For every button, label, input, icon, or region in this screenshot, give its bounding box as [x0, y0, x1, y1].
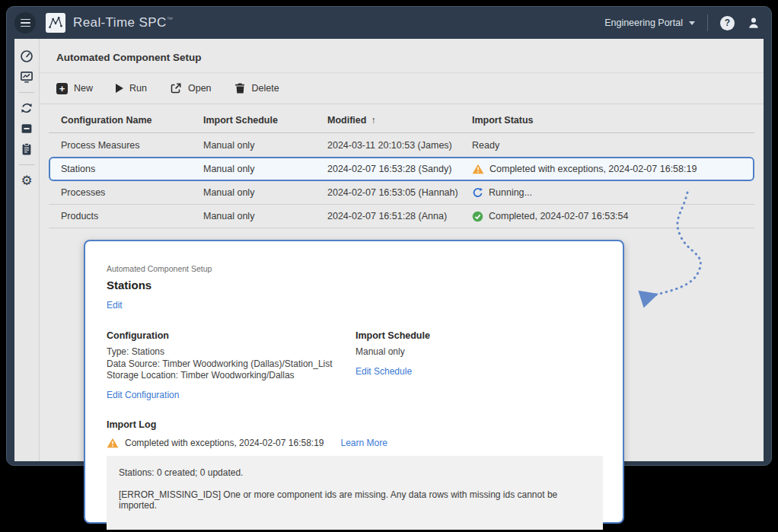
portal-switcher[interactable]: Engineering Portal [604, 18, 695, 28]
new-button[interactable]: + New [56, 83, 93, 94]
user-icon [747, 16, 760, 30]
gauge-icon [20, 49, 33, 63]
warning-icon [472, 164, 484, 174]
user-button[interactable] [747, 16, 760, 30]
learn-more-link[interactable]: Learn More [341, 438, 387, 448]
sidebar-divider [19, 164, 34, 165]
portal-label: Engineering Portal [604, 18, 683, 28]
config-data-source: Data Source: Timber Woodworking (Dallas)… [107, 358, 356, 371]
import-schedule-heading: Import Schedule [356, 330, 601, 341]
sidebar-item-archive[interactable] [18, 119, 36, 138]
col-import-status[interactable]: Import Status [472, 115, 742, 126]
configuration-heading: Configuration [107, 330, 356, 341]
gear-icon: ⚙ [21, 174, 32, 187]
log-line-error: [ERROR_MISSING_IDS] One or more componen… [119, 489, 591, 511]
menu-icon [21, 19, 30, 21]
config-table: Configuration Name Import Schedule Modif… [40, 107, 764, 228]
run-button[interactable]: Run [116, 83, 147, 94]
toolbar: + New Run Open [40, 73, 764, 104]
table-row-stations[interactable]: Stations Manual only 2024-02-07 16:53:28… [49, 157, 754, 181]
import-log-heading: Import Log [107, 419, 601, 430]
edit-schedule-link[interactable]: Edit Schedule [356, 366, 412, 377]
table-row-products[interactable]: Products Manual only 2024-02-07 16:51:28… [49, 205, 754, 228]
config-storage-location: Storage Location: Timber Woodworking/Dal… [107, 370, 356, 382]
edit-link[interactable]: Edit [107, 300, 123, 311]
sort-ascending-icon: ↑ [371, 115, 375, 126]
clipboard-icon [20, 142, 33, 156]
edit-configuration-link[interactable]: Edit Configuration [107, 390, 179, 400]
question-icon: ? [725, 18, 730, 28]
table-header: Configuration Name Import Schedule Modif… [49, 107, 754, 133]
spc-chart-logo-icon [48, 15, 63, 30]
open-button[interactable]: Open [170, 82, 212, 94]
sidebar-item-sync[interactable] [18, 99, 36, 117]
table-row-process-measures[interactable]: Process Measures Manual only 2024-03-11 … [49, 133, 754, 157]
schedule-value: Manual only [356, 346, 601, 358]
import-log-section: Import Log Completed with exceptions, 20… [107, 419, 601, 530]
log-output-box: Stations: 0 created; 0 updated. [ERROR_M… [107, 456, 603, 530]
page-title-bar: Automated Component Setup [40, 39, 764, 73]
monitor-chart-icon [20, 70, 33, 84]
sidebar-divider [19, 92, 34, 93]
breadcrumb: Automated Component Setup [107, 264, 601, 273]
app-title: Real-Time SPC™ [73, 15, 173, 30]
trash-icon [234, 82, 246, 94]
plus-square-icon: + [56, 83, 68, 94]
sidebar: ⚙ [14, 39, 40, 461]
open-external-icon [170, 82, 182, 94]
success-check-icon [472, 211, 483, 222]
col-import-schedule[interactable]: Import Schedule [203, 115, 327, 126]
page-title: Automated Component Setup [56, 52, 747, 63]
app-header: Real-Time SPC™ Engineering Portal ? [7, 7, 771, 39]
hamburger-menu-button[interactable] [14, 12, 36, 33]
archive-box-icon [20, 122, 33, 135]
col-configuration-name[interactable]: Configuration Name [61, 115, 203, 126]
app-logo [46, 13, 65, 33]
panel-title: Stations [107, 279, 601, 291]
table-row-processes[interactable]: Processes Manual only 2024-02-07 16:53:0… [49, 181, 754, 205]
log-line-summary: Stations: 0 created; 0 updated. [119, 467, 591, 478]
warning-icon [107, 438, 119, 448]
sidebar-item-settings[interactable]: ⚙ [18, 171, 36, 190]
running-refresh-icon [472, 187, 483, 199]
delete-button[interactable]: Delete [234, 82, 279, 94]
sidebar-item-monitoring[interactable] [18, 68, 36, 86]
configuration-section: Configuration Type: Stations Data Source… [107, 330, 356, 401]
import-schedule-section: Import Schedule Manual only Edit Schedul… [356, 330, 601, 401]
log-status-text: Completed with exceptions, 2024-02-07 16… [125, 438, 324, 448]
chevron-down-icon [689, 21, 695, 25]
help-button[interactable]: ? [720, 16, 735, 30]
col-modified[interactable]: Modified ↑ [327, 115, 472, 126]
config-type: Type: Stations [107, 346, 356, 358]
sidebar-item-dashboard[interactable] [18, 47, 36, 65]
sidebar-item-tasks[interactable] [18, 140, 36, 158]
detail-panel: Automated Component Setup Stations Edit … [84, 240, 624, 524]
play-icon [116, 84, 123, 93]
sync-icon [20, 101, 33, 115]
header-divider [707, 14, 708, 31]
